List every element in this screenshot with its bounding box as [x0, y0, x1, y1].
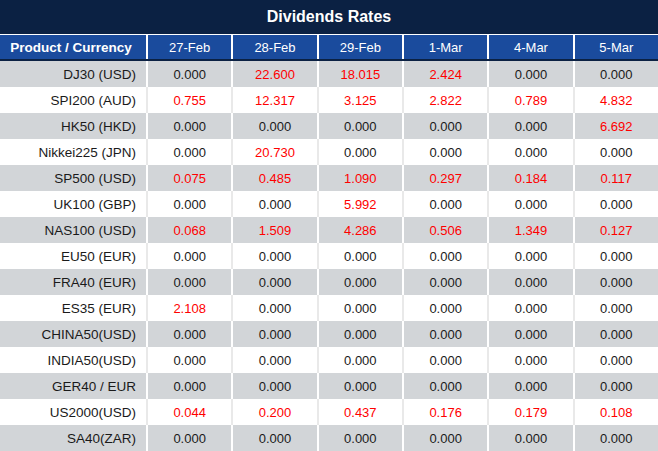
value-cell: 0.000 [148, 113, 233, 139]
value-cell: 0.000 [319, 425, 404, 451]
value-cell: 0.000 [404, 139, 489, 165]
value-cell: 0.485 [233, 165, 318, 191]
table-body: DJ30 (USD)0.00022.60018.0152.4240.0000.0… [0, 61, 658, 451]
product-cell: NAS100 (USD) [0, 217, 148, 243]
column-header-date: 5-Mar [575, 35, 658, 59]
value-cell: 0.000 [233, 269, 318, 295]
table-row: ES35 (EUR)2.1080.0000.0000.0000.0000.000 [0, 295, 658, 321]
value-cell: 0.000 [233, 425, 318, 451]
product-cell: GER40 / EUR [0, 373, 148, 399]
product-cell: US2000(USD) [0, 399, 148, 425]
column-header-date: 29-Feb [319, 35, 404, 59]
value-cell: 4.286 [319, 217, 404, 243]
product-cell: HK50 (HKD) [0, 113, 148, 139]
value-cell: 0.000 [148, 425, 233, 451]
value-cell: 0.000 [404, 269, 489, 295]
value-cell: 0.000 [148, 269, 233, 295]
value-cell: 0.075 [148, 165, 233, 191]
value-cell: 0.000 [575, 61, 658, 87]
value-cell: 0.000 [148, 321, 233, 347]
value-cell: 0.000 [319, 243, 404, 269]
value-cell: 0.000 [404, 321, 489, 347]
value-cell: 2.424 [404, 61, 489, 87]
value-cell: 6.692 [575, 113, 658, 139]
value-cell: 1.090 [319, 165, 404, 191]
value-cell: 12.317 [233, 87, 318, 113]
value-cell: 0.179 [489, 399, 574, 425]
value-cell: 0.000 [319, 139, 404, 165]
value-cell: 0.000 [489, 373, 574, 399]
value-cell: 0.000 [489, 347, 574, 373]
value-cell: 0.000 [148, 139, 233, 165]
value-cell: 0.000 [489, 295, 574, 321]
value-cell: 0.000 [489, 269, 574, 295]
value-cell: 0.200 [233, 399, 318, 425]
value-cell: 3.125 [319, 87, 404, 113]
value-cell: 0.000 [148, 61, 233, 87]
value-cell: 0.068 [148, 217, 233, 243]
table-row: INDIA50(USD)0.0000.0000.0000.0000.0000.0… [0, 347, 658, 373]
table-row: Nikkei225 (JPN)0.00020.7300.0000.0000.00… [0, 139, 658, 165]
value-cell: 0.000 [489, 61, 574, 87]
value-cell: 0.000 [404, 295, 489, 321]
value-cell: 0.000 [575, 139, 658, 165]
value-cell: 0.000 [319, 321, 404, 347]
value-cell: 0.000 [233, 113, 318, 139]
value-cell: 2.108 [148, 295, 233, 321]
value-cell: 0.000 [148, 191, 233, 217]
product-cell: INDIA50(USD) [0, 347, 148, 373]
value-cell: 0.127 [575, 217, 658, 243]
value-cell: 0.117 [575, 165, 658, 191]
value-cell: 0.000 [233, 295, 318, 321]
value-cell: 0.000 [489, 321, 574, 347]
value-cell: 0.000 [233, 191, 318, 217]
table-row: CHINA50(USD)0.0000.0000.0000.0000.0000.0… [0, 321, 658, 347]
value-cell: 0.000 [319, 373, 404, 399]
table-row: SA40(ZAR)0.0000.0000.0000.0000.0000.000 [0, 425, 658, 451]
table-row: UK100 (GBP)0.0000.0005.9920.0000.0000.00… [0, 191, 658, 217]
value-cell: 22.600 [233, 61, 318, 87]
value-cell: 0.000 [148, 243, 233, 269]
table-title: Dividends Rates [267, 8, 391, 26]
value-cell: 0.000 [319, 269, 404, 295]
value-cell: 0.000 [148, 373, 233, 399]
value-cell: 0.044 [148, 399, 233, 425]
product-cell: SA40(ZAR) [0, 425, 148, 451]
value-cell: 1.509 [233, 217, 318, 243]
value-cell: 0.437 [319, 399, 404, 425]
value-cell: 0.000 [404, 373, 489, 399]
value-cell: 0.000 [575, 295, 658, 321]
value-cell: 0.000 [575, 191, 658, 217]
table-row: SP500 (USD)0.0750.4851.0900.2970.1840.11… [0, 165, 658, 191]
product-cell: ES35 (EUR) [0, 295, 148, 321]
value-cell: 0.000 [233, 243, 318, 269]
table-row: HK50 (HKD)0.0000.0000.0000.0000.0006.692 [0, 113, 658, 139]
value-cell: 0.506 [404, 217, 489, 243]
value-cell: 5.992 [319, 191, 404, 217]
table-row: US2000(USD)0.0440.2000.4370.1760.1790.10… [0, 399, 658, 425]
column-header-date: 1-Mar [404, 35, 489, 59]
value-cell: 20.730 [233, 139, 318, 165]
value-cell: 0.000 [404, 191, 489, 217]
value-cell: 0.108 [575, 399, 658, 425]
value-cell: 0.000 [148, 347, 233, 373]
column-header-product: Product / Currency [0, 35, 148, 59]
value-cell: 0.176 [404, 399, 489, 425]
value-cell: 0.184 [489, 165, 574, 191]
value-cell: 4.832 [575, 87, 658, 113]
product-cell: UK100 (GBP) [0, 191, 148, 217]
table-row: NAS100 (USD)0.0681.5094.2860.5061.3490.1… [0, 217, 658, 243]
value-cell: 0.000 [404, 347, 489, 373]
value-cell: 0.000 [575, 373, 658, 399]
product-cell: EU50 (EUR) [0, 243, 148, 269]
table-row: EU50 (EUR)0.0000.0000.0000.0000.0000.000 [0, 243, 658, 269]
value-cell: 0.000 [575, 347, 658, 373]
dividends-rates-table: Dividends Rates Product / Currency 27-Fe… [0, 0, 658, 451]
product-cell: DJ30 (USD) [0, 61, 148, 87]
value-cell: 0.000 [489, 425, 574, 451]
product-cell: SP500 (USD) [0, 165, 148, 191]
product-cell: CHINA50(USD) [0, 321, 148, 347]
value-cell: 0.000 [575, 425, 658, 451]
column-header-date: 4-Mar [489, 35, 574, 59]
value-cell: 0.000 [575, 269, 658, 295]
